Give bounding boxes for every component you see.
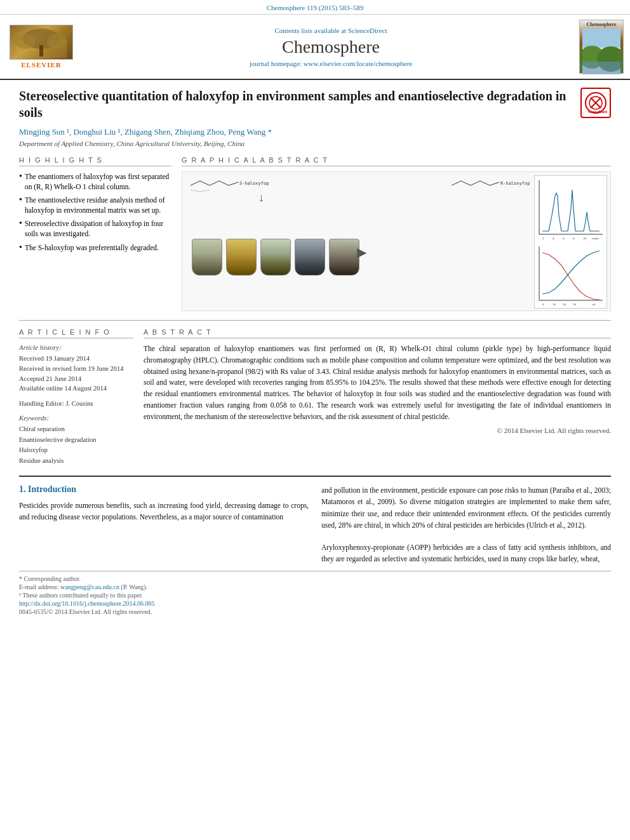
- handling-editor: Handling Editor: J. Cousins: [19, 399, 133, 409]
- keyword-4: Residue analysis: [19, 456, 133, 467]
- article-info: A R T I C L E I N F O Article history: R…: [19, 328, 133, 467]
- graphical-abstract-heading: G R A P H I C A L A B S T R A C T: [182, 156, 611, 166]
- svg-text:10: 10: [553, 303, 556, 306]
- molecule-structure-svg: S-haloxyfop: [187, 176, 283, 195]
- molecule-structure-right-svg: R-haloxyfop: [448, 176, 531, 195]
- svg-line-19: [229, 182, 238, 185]
- svg-line-17: [210, 181, 219, 185]
- crossmark-badge: CrossMark: [580, 88, 611, 118]
- journal-cover-image: [582, 29, 620, 74]
- elsevier-logo: ELSEVIER: [6, 25, 76, 69]
- molecule-formula-right: R-haloxyfop: [448, 176, 531, 196]
- journal-citation: Chemosphere 119 (2015) 583–589: [0, 0, 630, 15]
- bullet-icon: •: [19, 171, 22, 182]
- svg-line-24: [461, 181, 471, 185]
- intro-right-text2: Aryloxyphenoxy-propionate (AOPP) herbici…: [321, 542, 611, 565]
- svg-line-23: [452, 181, 461, 185]
- affiliation: Department of Applied Chemistry, China A…: [19, 140, 611, 147]
- svg-rect-2: [39, 45, 43, 57]
- keywords-label: Keywords:: [19, 414, 133, 422]
- svg-line-22: [200, 190, 210, 192]
- svg-text:20: 20: [563, 303, 566, 306]
- intro-right-column: and pollution in the environment, pestic…: [321, 484, 611, 564]
- article-info-abstract-section: A R T I C L E I N F O Article history: R…: [19, 320, 611, 467]
- journal-homepage: journal homepage: www.elsevier.com/locat…: [83, 60, 579, 67]
- flask-1: [192, 239, 222, 276]
- sciencedirect-line: Contents lists available at ScienceDirec…: [83, 27, 579, 34]
- svg-line-25: [471, 181, 480, 185]
- article-history-label: Article history:: [19, 343, 133, 351]
- main-content: Stereoselective quantitation of haloxyfo…: [0, 80, 630, 624]
- corresponding-author-note: * Corresponding author.: [19, 575, 611, 582]
- intro-right-text: and pollution in the environment, pestic…: [321, 484, 611, 531]
- abstract-heading: A B S T R A C T: [144, 328, 611, 338]
- elsevier-logo-image: [10, 25, 73, 60]
- flask-photos-row: [192, 239, 359, 276]
- article-title: Stereoselective quantitation of haloxyfo…: [19, 88, 611, 121]
- chromatogram-bottom-svg: 0 10 20 30 t/d: [536, 243, 606, 307]
- svg-line-16: [200, 181, 210, 185]
- highlight-item-3: • Stereoselective dissipation of haloxyf…: [19, 218, 171, 239]
- doi-link[interactable]: http://dx.doi.org/10.1016/j.chemosphere.…: [19, 600, 611, 607]
- flask-3: [260, 239, 291, 276]
- svg-rect-6: [582, 29, 620, 48]
- article-received: Received 19 January 2014 Received in rev…: [19, 354, 133, 394]
- keyword-3: Haloxyfop: [19, 445, 133, 456]
- svg-point-3: [15, 34, 36, 49]
- chromatogram-panel: 2 4 6 8 10 t/min 0: [534, 175, 607, 309]
- journal-title: Chemosphere: [83, 37, 579, 57]
- journal-header: ELSEVIER Contents lists available at Sci…: [0, 15, 630, 80]
- intro-left-text: Pesticides provide numerous benefits, su…: [19, 500, 309, 523]
- flask-5: [329, 239, 359, 276]
- svg-text:R-haloxyfop: R-haloxyfop: [500, 181, 530, 186]
- flask-2: [226, 239, 257, 276]
- bullet-icon: •: [19, 195, 22, 206]
- issn-line: 0045-6535/© 2014 Elsevier Ltd. All right…: [19, 608, 611, 615]
- bullet-icon: •: [19, 243, 22, 253]
- keyword-2: Enantioselective degradation: [19, 435, 133, 446]
- arrow-right-icon: ▶: [357, 244, 366, 260]
- svg-rect-38: [536, 243, 606, 307]
- highlights-column: H I G H L I G H T S • The enantiomers of…: [19, 156, 171, 311]
- svg-text:CrossMark: CrossMark: [588, 110, 607, 114]
- bullet-icon: •: [19, 218, 22, 229]
- svg-line-26: [480, 181, 490, 185]
- arrow-down-icon: ↓: [258, 191, 264, 204]
- abstract-text: The chiral separation of haloxyfop enant…: [144, 343, 611, 423]
- graphical-abstract-image: S-haloxyfop ↓ R-haloxyfop: [182, 171, 611, 311]
- svg-text:S-haloxyfop: S-haloxyfop: [239, 181, 269, 186]
- svg-line-21: [191, 190, 200, 192]
- highlights-heading: H I G H L I G H T S: [19, 156, 171, 166]
- highlight-item-2: • The enantioselective residue analysis …: [19, 195, 171, 215]
- highlights-graphical-section: H I G H L I G H T S • The enantiomers of…: [19, 156, 611, 311]
- email-note: E-mail address: wangpeng@cau.edu.cn (P. …: [19, 583, 611, 590]
- introduction-section: 1. Introduction Pesticides provide numer…: [19, 476, 611, 564]
- article-info-heading: A R T I C L E I N F O: [19, 328, 133, 338]
- intro-left-column: 1. Introduction Pesticides provide numer…: [19, 484, 309, 564]
- svg-line-18: [219, 181, 229, 185]
- highlight-item-1: • The enantiomers of haloxyfop was first…: [19, 171, 171, 192]
- svg-line-15: [191, 181, 200, 185]
- authors-line: Mingjing Sun ¹, Donghui Liu ¹, Zhigang S…: [19, 127, 611, 137]
- svg-rect-9: [582, 62, 620, 74]
- journal-center-info: Contents lists available at ScienceDirec…: [83, 27, 579, 67]
- footer: * Corresponding author. E-mail address: …: [19, 571, 611, 615]
- svg-text:30: 30: [573, 303, 577, 306]
- copyright: © 2014 Elsevier Ltd. All rights reserved…: [144, 427, 611, 434]
- svg-text:10: 10: [583, 237, 587, 240]
- highlight-item-4: • The S-haloxyfop was preferentially deg…: [19, 243, 171, 253]
- svg-line-27: [490, 182, 499, 185]
- footnote1: ¹ These authors contributed equally to t…: [19, 592, 611, 599]
- svg-point-4: [47, 34, 67, 49]
- crossmark-icon: CrossMark: [584, 91, 607, 114]
- elsevier-tree-icon: [13, 27, 70, 58]
- svg-text:t/d: t/d: [592, 303, 596, 306]
- molecule-formula-left: S-haloxyfop: [187, 176, 283, 196]
- keyword-1: Chiral separation: [19, 424, 133, 435]
- journal-thumbnail: Chemosphere: [579, 20, 624, 74]
- flask-4: [295, 239, 325, 276]
- intro-heading: 1. Introduction: [19, 484, 309, 495]
- elsevier-text: ELSEVIER: [21, 61, 62, 69]
- svg-text:t/min: t/min: [592, 237, 599, 240]
- graphical-abstract-column: G R A P H I C A L A B S T R A C T S-halo…: [182, 156, 611, 311]
